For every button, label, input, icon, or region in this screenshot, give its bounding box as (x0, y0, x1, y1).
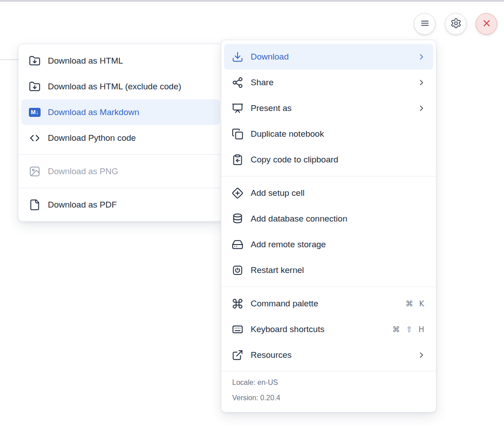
folder-down-icon (29, 81, 41, 92)
command-icon (232, 298, 243, 310)
gear-icon (450, 18, 462, 31)
menu-item-resources[interactable]: Resources (224, 342, 433, 368)
menu-item-share[interactable]: Share (224, 69, 433, 95)
menu-item-label: Share (251, 78, 274, 88)
notebook-menu-button[interactable] (414, 13, 435, 35)
chevron-right-icon (417, 52, 426, 61)
menu-item-label: Download as HTML (48, 56, 123, 66)
menu-separator (221, 176, 436, 176)
menu-item-download[interactable]: Download (224, 44, 433, 69)
diamond-plus-icon (232, 187, 243, 199)
hamburger-icon (419, 18, 431, 31)
menu-item-label: Download (251, 52, 289, 62)
external-link-icon (232, 349, 243, 361)
download-icon (232, 51, 243, 63)
folder-down-icon (29, 55, 41, 67)
menu-item-add-remote-storage[interactable]: Add remote storage (224, 231, 433, 257)
settings-button[interactable] (445, 13, 467, 35)
chevron-right-icon (417, 78, 426, 87)
chevron-right-icon (417, 104, 426, 113)
menu-item-label: Present as (251, 103, 292, 113)
menu-item-label: Add setup cell (251, 188, 304, 198)
presentation-icon (232, 102, 243, 114)
menu-item-add-database-connection[interactable]: Add database connection (224, 206, 433, 231)
menu-item-restart-kernel[interactable]: Restart kernel (224, 257, 433, 283)
copy-icon (232, 128, 243, 140)
menu-item-add-setup-cell[interactable]: Add setup cell (224, 180, 433, 206)
menu-item-download-python-code[interactable]: Download Python code (21, 125, 220, 151)
close-icon (481, 18, 492, 31)
database-icon (232, 213, 243, 225)
menu-item-download-as-markdown[interactable]: M↓ Download as Markdown (21, 99, 220, 125)
menu-item-keyboard-shortcuts[interactable]: Keyboard shortcuts ⌘ ⇧ H (224, 316, 433, 342)
close-button[interactable] (476, 13, 497, 35)
locale-text: Locale: en-US (232, 375, 425, 390)
shortcut-hint: ⌘ K (405, 299, 426, 308)
menu-separator (18, 154, 223, 155)
menu-footer: Locale: en-US Version: 0.20.4 (221, 371, 436, 408)
menu-item-copy-code-to-clipboard[interactable]: Copy code to clipboard (224, 147, 433, 172)
share-icon (232, 77, 243, 88)
code-icon (29, 132, 41, 144)
menu-item-label: Keyboard shortcuts (251, 324, 325, 334)
image-icon (29, 166, 41, 177)
shortcut-hint: ⌘ ⇧ H (392, 325, 426, 334)
page-divider-fragment (0, 59, 18, 60)
menu-item-label: Download Python code (48, 133, 136, 143)
menu-item-duplicate-notebook[interactable]: Duplicate notebook (224, 121, 433, 147)
hard-drive-icon (232, 239, 243, 250)
menu-item-label: Download as Markdown (48, 107, 139, 117)
menu-item-present-as[interactable]: Present as (224, 95, 433, 121)
page-top-border (0, 0, 504, 2)
menu-item-label: Restart kernel (251, 265, 304, 275)
keyboard-icon (232, 324, 243, 335)
menu-item-download-as-pdf[interactable]: Download as PDF (21, 192, 220, 217)
markdown-download-icon: M↓ (29, 106, 41, 118)
menu-separator (18, 188, 223, 188)
chevron-right-icon (417, 351, 426, 360)
menu-item-label: Download as PDF (48, 200, 117, 210)
notebook-menu: Download Share Present as Duplicate note… (221, 40, 436, 412)
file-icon (29, 199, 41, 211)
menu-item-label: Download as PNG (48, 166, 118, 176)
power-square-icon (232, 264, 243, 276)
clipboard-copy-icon (232, 154, 243, 166)
menu-item-download-as-html[interactable]: Download as HTML (21, 48, 220, 74)
download-submenu: Download as HTML Download as HTML (exclu… (18, 44, 223, 222)
menu-item-label: Add database connection (251, 214, 347, 224)
menu-item-label: Command palette (251, 299, 318, 309)
menu-item-label: Copy code to clipboard (251, 155, 338, 165)
menu-item-label: Add remote storage (251, 240, 326, 250)
menu-item-download-as-html-exclude-code[interactable]: Download as HTML (exclude code) (21, 74, 220, 99)
menu-item-label: Download as HTML (exclude code) (48, 82, 181, 92)
menu-separator (221, 287, 436, 287)
menu-item-label: Resources (251, 350, 292, 360)
menu-item-command-palette[interactable]: Command palette ⌘ K (224, 291, 433, 316)
menu-item-download-as-png: Download as PNG (21, 158, 220, 184)
version-text: Version: 0.20.4 (232, 390, 425, 406)
menu-item-label: Duplicate notebook (251, 129, 324, 139)
